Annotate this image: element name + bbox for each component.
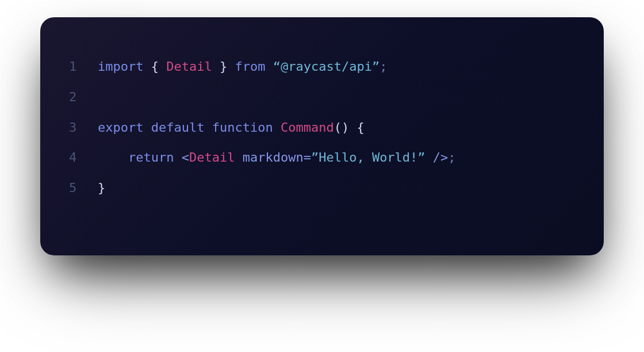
- code-token: [425, 150, 433, 164]
- code-token: “@raycast/api”: [273, 59, 379, 74]
- code-token: default: [151, 120, 205, 135]
- code-line: 3export default function Command() {: [69, 113, 575, 143]
- code-token: [143, 120, 151, 135]
- code-token: <: [182, 150, 189, 164]
- code-token: ;: [379, 59, 387, 74]
- code-token: [98, 150, 128, 164]
- code-token: export: [98, 120, 143, 135]
- code-token: return: [128, 150, 174, 164]
- code-line: 1import { Detail } from “@raycast/api”;: [69, 52, 575, 82]
- code-token: [143, 59, 151, 74]
- line-number: 3: [69, 113, 98, 143]
- code-token: Detail: [166, 59, 212, 74]
- code-token: ;: [448, 150, 455, 164]
- code-token: [349, 120, 356, 135]
- code-token: import: [98, 59, 143, 74]
- code-token: {: [356, 120, 364, 135]
- code-token: Detail: [189, 150, 235, 164]
- code-lines-container: 1import { Detail } from “@raycast/api”;2…: [69, 52, 575, 204]
- code-line: 2: [69, 82, 575, 113]
- code-token: }: [98, 181, 105, 195]
- code-content: }: [98, 173, 105, 204]
- code-content: export default function Command() {: [98, 113, 365, 143]
- code-content: return <Detail markdown=”Hello, World!” …: [98, 143, 456, 173]
- code-token: [273, 120, 281, 135]
- code-token: function: [212, 120, 273, 135]
- code-token: {: [151, 59, 167, 74]
- code-line: 5}: [69, 173, 575, 204]
- code-token: =: [304, 150, 311, 164]
- line-number: 1: [69, 52, 98, 82]
- code-token: markdown: [243, 150, 304, 164]
- code-token: [235, 150, 242, 164]
- code-token: [265, 59, 273, 74]
- line-number: 2: [69, 82, 98, 113]
- code-token: from: [235, 59, 265, 74]
- code-token: ”Hello, World!”: [311, 150, 425, 164]
- code-content: [98, 82, 105, 113]
- code-line: 4 return <Detail markdown=”Hello, World!…: [69, 143, 575, 173]
- code-token: [227, 59, 235, 74]
- code-content: import { Detail } from “@raycast/api”;: [98, 52, 387, 82]
- code-token: (): [334, 120, 350, 135]
- code-token: }: [212, 59, 228, 74]
- code-token: Command: [281, 120, 334, 135]
- code-token: />: [433, 150, 448, 164]
- code-token: [174, 150, 181, 164]
- code-block: 1import { Detail } from “@raycast/api”;2…: [40, 17, 604, 255]
- line-number: 5: [69, 173, 98, 204]
- line-number: 4: [69, 143, 98, 173]
- code-token: [204, 120, 212, 135]
